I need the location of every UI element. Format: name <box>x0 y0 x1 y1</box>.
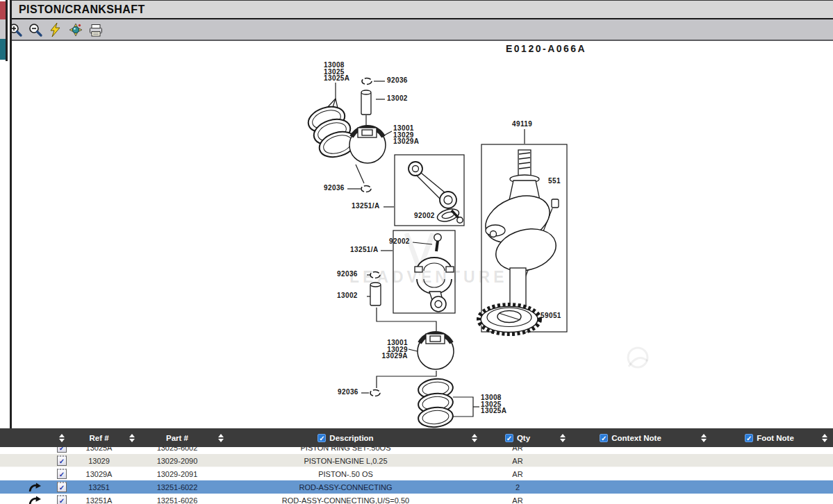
column-header-context: ✓ Context Note <box>577 434 684 442</box>
column-header-part: Part # <box>142 434 212 442</box>
table-header: Ref # Part # ✓ Description ✓ Qty ✓ Conte… <box>0 428 833 447</box>
row-edit-icon[interactable]: ✓ <box>57 495 67 504</box>
row-ref: 13025A <box>76 447 122 454</box>
sort-control-part[interactable] <box>212 434 229 442</box>
part-label-ring-set-bottom[interactable]: 13008 13025 13025A <box>481 394 506 414</box>
row-description: ROD-ASSY-CONNECTING,U/S=0.50 <box>229 494 462 504</box>
part-label-13251A-2[interactable]: 13251/A <box>350 246 379 253</box>
zoom-out-icon <box>28 22 43 37</box>
lightning-icon <box>48 22 63 37</box>
linked-row-arrow-icon[interactable] <box>0 494 47 504</box>
part-label-92036-2[interactable]: 92036 <box>324 185 345 192</box>
part-label-551[interactable]: 551 <box>548 178 561 185</box>
row-description: PISTON-ENGINE L,0.25 <box>229 454 462 467</box>
part-label-92036-top[interactable]: 92036 <box>387 77 408 84</box>
part-label-piston-top[interactable]: 13001 13029 13029A <box>393 125 419 145</box>
part-label-92002-1[interactable]: 92002 <box>414 212 435 219</box>
column-header-foot: ✓ Foot Note <box>723 434 816 442</box>
page-title: PISTON/CRANKSHAFT <box>19 3 145 16</box>
sort-control-foot[interactable] <box>816 434 833 442</box>
table-row[interactable]: ✓ 13029A 13029-2091 PISTON-.50 OS AR <box>0 467 833 480</box>
row-qty: AR <box>486 494 549 504</box>
row-description: PISTON RING SET-.50OS <box>229 447 462 454</box>
printer-icon <box>88 22 104 37</box>
row-part: 13251-6022 <box>142 480 212 494</box>
row-qty: AR <box>486 447 549 454</box>
row-edit-icon[interactable]: ✓ <box>57 455 67 466</box>
row-foot-note <box>723 467 816 480</box>
foot-column-checkbox[interactable]: ✓ <box>745 434 753 442</box>
row-part: 13029-2090 <box>142 454 212 467</box>
row-qty: AR <box>486 454 549 467</box>
panel-border <box>6 0 8 61</box>
hotspot-icon <box>68 22 83 37</box>
row-part: 13251-6026 <box>142 494 212 504</box>
part-label-13251A-1[interactable]: 13251/A <box>352 203 380 210</box>
title-bar: PISTON/CRANKSHAFT <box>0 0 833 19</box>
part-label-49119[interactable]: 49119 <box>512 121 532 128</box>
column-header-description: ✓ Description <box>229 434 462 442</box>
part-label-ring-set-top[interactable]: 13008 13025 13025A <box>324 62 349 82</box>
column-header-ref: Ref # <box>76 434 122 442</box>
parts-catalog-window: PISTON/CRANKSHAFT <box>0 0 833 504</box>
row-ref: 13251 <box>76 480 122 494</box>
row-qty: AR <box>486 467 549 480</box>
edge-tab-teal <box>0 39 6 60</box>
sort-control-ref[interactable] <box>122 434 142 442</box>
row-ref: 13029 <box>76 454 122 467</box>
column-header-qty: ✓ Qty <box>486 434 549 442</box>
toolbar <box>0 19 833 41</box>
part-label-92002-2[interactable]: 92002 <box>389 238 410 245</box>
row-ref: 13251A <box>76 494 122 504</box>
row-context-note <box>577 480 684 494</box>
row-part: 13025-6002 <box>142 447 212 454</box>
column-header-context-label: Context Note <box>611 434 661 442</box>
edge-tab-red <box>0 1 6 19</box>
table-row[interactable]: ✓ 13025A 13025-6002 PISTON RING SET-.50O… <box>0 447 833 454</box>
part-label-13002-2[interactable]: 13002 <box>337 292 358 299</box>
context-column-checkbox[interactable]: ✓ <box>600 434 608 442</box>
edge-tab-gray <box>0 19 6 39</box>
part-label-92036-3[interactable]: 92036 <box>337 271 358 278</box>
zoom-out-button[interactable] <box>27 22 44 38</box>
row-context-note <box>577 467 684 480</box>
part-label-92036-4[interactable]: 92036 <box>338 389 358 396</box>
sort-control[interactable] <box>47 434 76 442</box>
column-header-description-label: Description <box>329 434 373 442</box>
part-label-13002-top[interactable]: 13002 <box>387 95 408 102</box>
row-context-note <box>577 447 684 454</box>
diagram-area <box>0 41 833 428</box>
table-row[interactable]: ✓ 13251A 13251-6026 ROD-ASSY-CONNECTING,… <box>0 494 833 504</box>
row-ref: 13029A <box>76 467 122 480</box>
table-row[interactable]: ✓ 13029 13029-2090 PISTON-ENGINE L,0.25 … <box>0 454 833 467</box>
row-context-note <box>577 454 684 467</box>
column-header-qty-label: Qty <box>517 434 530 442</box>
part-label-59051[interactable]: 59051 <box>541 312 561 319</box>
content-border <box>10 0 12 428</box>
row-part: 13029-2091 <box>142 467 212 480</box>
sort-control-qty[interactable] <box>549 434 577 442</box>
row-edit-icon[interactable]: ✓ <box>57 482 67 492</box>
description-column-checkbox[interactable]: ✓ <box>317 434 326 442</box>
sort-control-description[interactable] <box>462 434 486 442</box>
row-foot-note <box>723 447 816 454</box>
row-foot-note <box>723 454 816 467</box>
hotspot-toggle-button[interactable] <box>67 22 84 38</box>
part-label-piston-bottom[interactable]: 13001 13029 13029A <box>375 339 408 360</box>
row-edit-icon[interactable]: ✓ <box>57 447 67 453</box>
qty-column-checkbox[interactable]: ✓ <box>505 434 513 442</box>
sort-control-context[interactable] <box>684 434 723 442</box>
row-description: PISTON-.50 OS <box>229 467 462 480</box>
refresh-button[interactable] <box>47 22 64 38</box>
row-context-note <box>577 494 684 504</box>
parts-table: Ref # Part # ✓ Description ✓ Qty ✓ Conte… <box>0 428 833 504</box>
column-header-foot-label: Foot Note <box>757 434 794 442</box>
row-qty: 2 <box>486 480 549 494</box>
linked-row-arrow-icon[interactable] <box>0 480 47 494</box>
row-edit-icon[interactable]: ✓ <box>57 469 67 479</box>
print-button[interactable] <box>88 22 104 38</box>
row-description: ROD-ASSY-CONNECTING <box>229 480 462 494</box>
table-row-selected[interactable]: ✓ 13251 13251-6022 ROD-ASSY-CONNECTING 2 <box>0 480 833 494</box>
left-edge-rail <box>0 0 12 428</box>
row-foot-note <box>723 480 816 494</box>
